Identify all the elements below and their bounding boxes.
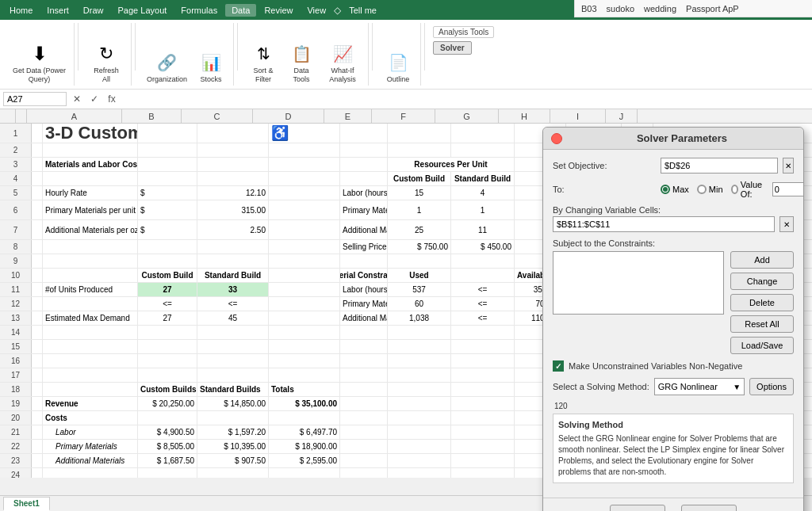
- col-header-d[interactable]: D: [253, 109, 324, 123]
- formula-cancel-btn[interactable]: ✕: [70, 92, 84, 106]
- col-header-g[interactable]: G: [435, 109, 499, 123]
- menu-data[interactable]: Data: [225, 4, 256, 17]
- solving-method-label: Select a Solving Method:: [553, 382, 649, 391]
- radio-min-label: Min: [709, 185, 723, 194]
- formula-bar: ✕ ✓ fx: [0, 90, 812, 109]
- ribbon-btn-get-data[interactable]: ⬇ Get Data (PowerQuery): [10, 40, 69, 86]
- solver-dialog: Solver Parameters Set Objective: ✕ To: M…: [542, 127, 804, 511]
- col-header-e[interactable]: E: [324, 109, 372, 123]
- formula-input[interactable]: [122, 94, 809, 104]
- menu-page-layout[interactable]: Page Layout: [112, 4, 174, 17]
- col-header-i[interactable]: I: [550, 109, 606, 123]
- solving-method-description: Select the GRG Nonlinear engine for Solv…: [558, 433, 788, 478]
- ribbon-btn-what-if[interactable]: 📈 What-IfAnalysis: [322, 40, 363, 86]
- changing-cells-input[interactable]: [553, 216, 775, 232]
- ribbon-group-sort-filter: ⇅ Sort &Filter 📋 DataTools 📈 What-IfAnal…: [241, 23, 369, 86]
- radio-max-btn[interactable]: [661, 185, 670, 194]
- ribbon-sep-5: [424, 23, 425, 71]
- radio-min[interactable]: Min: [697, 185, 723, 194]
- bookmark-b03[interactable]: B03: [581, 4, 597, 13]
- solving-method-desc: Solving Method Select the GRG Nonlinear …: [553, 414, 794, 483]
- ribbon-btn-sort-filter[interactable]: ⇅ Sort &Filter: [246, 40, 281, 86]
- radio-value-label: Value Of:: [741, 180, 764, 199]
- dialog-body: Set Objective: ✕ To: Max Min Value Of:: [543, 150, 803, 498]
- solving-method-title: Solving Method: [558, 419, 788, 431]
- solving-method-row: Select a Solving Method: GRG Nonlinear ▼…: [553, 378, 794, 395]
- constraints-area-row: Add Change Delete Reset All Load/Save: [553, 251, 794, 354]
- to-label: To:: [553, 185, 656, 194]
- to-row: To: Max Min Value Of:: [553, 180, 794, 199]
- options-btn[interactable]: Options: [749, 378, 794, 395]
- value-of-input[interactable]: [772, 182, 804, 196]
- ribbon-group-data-types: 🔗 Organization 📊 Stocks: [139, 23, 234, 86]
- constraints-area: [553, 251, 724, 354]
- constraints-label: Subject to the Constraints:: [553, 238, 655, 248]
- bookmark-sudoko[interactable]: sudoko: [607, 4, 634, 13]
- solve-btn[interactable]: Solve: [681, 505, 737, 511]
- set-objective-clear-btn[interactable]: ✕: [783, 158, 794, 174]
- dialog-titlebar: Solver Parameters: [543, 128, 803, 150]
- changing-cells-label: By Changing Variable Cells:: [553, 205, 661, 215]
- menu-insert[interactable]: Insert: [40, 4, 75, 17]
- method-select-value: GRG Nonlinear: [658, 382, 718, 391]
- set-objective-row: Set Objective: ✕: [553, 158, 794, 174]
- load-save-btn[interactable]: Load/Save: [730, 337, 794, 354]
- unconstrained-checkbox[interactable]: ✓: [553, 360, 564, 372]
- change-btn[interactable]: Change: [730, 273, 794, 290]
- changing-cells-input-row: ✕: [553, 216, 794, 232]
- ribbon-btn-analysis-tools[interactable]: Analysis Tools: [433, 26, 494, 38]
- ribbon-btn-data-tools[interactable]: 📋 DataTools: [284, 40, 319, 86]
- menu-draw[interactable]: Draw: [77, 4, 110, 17]
- col-header-j[interactable]: J: [606, 109, 638, 123]
- ribbon-sep-1: [78, 23, 79, 71]
- dialog-close-btn[interactable]: [551, 133, 562, 144]
- col-header-a[interactable]: A: [27, 109, 122, 123]
- dialog-title: Solver Parameters: [569, 132, 795, 144]
- tooltip-value: 120: [553, 402, 794, 410]
- ribbon-group-refresh: ↻ RefreshAll: [82, 23, 132, 86]
- radio-max-label: Max: [672, 185, 689, 194]
- col-header-f[interactable]: F: [372, 109, 435, 123]
- checkbox-label: Make Unconstrained Variables Non-Negativ…: [569, 361, 742, 371]
- constraints-box: [553, 251, 724, 315]
- formula-confirm-btn[interactable]: ✓: [87, 92, 102, 106]
- col-header-h[interactable]: H: [499, 109, 550, 123]
- set-objective-label: Set Objective:: [553, 161, 656, 170]
- changing-cells-row: By Changing Variable Cells:: [553, 205, 794, 215]
- reset-all-btn[interactable]: Reset All: [730, 315, 794, 333]
- ribbon-btn-organization[interactable]: 🔗 Organization: [144, 48, 190, 86]
- col-header-b[interactable]: B: [122, 109, 182, 123]
- method-dropdown-icon: ▼: [733, 383, 741, 391]
- ribbon-sep-4: [372, 23, 373, 71]
- radio-value-of[interactable]: Value Of:: [731, 180, 764, 199]
- set-objective-input[interactable]: [661, 158, 778, 174]
- radio-max[interactable]: Max: [661, 185, 689, 194]
- bookmark-wedding[interactable]: wedding: [644, 4, 676, 13]
- close-btn[interactable]: Close: [610, 505, 665, 511]
- formula-insert-btn[interactable]: fx: [105, 92, 119, 106]
- radio-value-btn[interactable]: [731, 185, 738, 194]
- ribbon-btn-solver[interactable]: Solver: [433, 41, 472, 55]
- name-box[interactable]: [3, 92, 67, 106]
- bookmark-passport[interactable]: Passport ApP: [686, 4, 739, 13]
- menu-formulas[interactable]: Formulas: [174, 4, 224, 17]
- ribbon-btn-refresh[interactable]: ↻ RefreshAll: [86, 40, 126, 86]
- constraints-label-container: Subject to the Constraints:: [553, 238, 794, 248]
- ribbon-btn-outline[interactable]: 📄 Outline: [381, 48, 416, 86]
- add-btn[interactable]: Add: [730, 251, 794, 269]
- radio-min-btn[interactable]: [697, 185, 707, 194]
- menu-home[interactable]: Home: [3, 4, 39, 17]
- delete-btn[interactable]: Delete: [730, 294, 794, 311]
- col-header-c[interactable]: C: [182, 109, 253, 123]
- menu-review[interactable]: Review: [258, 4, 299, 17]
- method-select[interactable]: GRG Nonlinear ▼: [654, 378, 745, 395]
- menu-view[interactable]: View: [301, 4, 332, 17]
- menu-tell-me[interactable]: Tell me: [343, 4, 383, 17]
- checkbox-row: ✓ Make Unconstrained Variables Non-Negat…: [553, 360, 794, 372]
- constraint-buttons: Add Change Delete Reset All Load/Save: [730, 251, 794, 354]
- changing-cells-clear-btn[interactable]: ✕: [779, 216, 794, 232]
- to-radio-group: Max Min Value Of:: [661, 180, 804, 199]
- ribbon-btn-stocks[interactable]: 📊 Stocks: [193, 48, 228, 86]
- sheet-tab-sheet1[interactable]: Sheet1: [3, 497, 50, 511]
- dialog-footer: Close Solve: [543, 498, 803, 511]
